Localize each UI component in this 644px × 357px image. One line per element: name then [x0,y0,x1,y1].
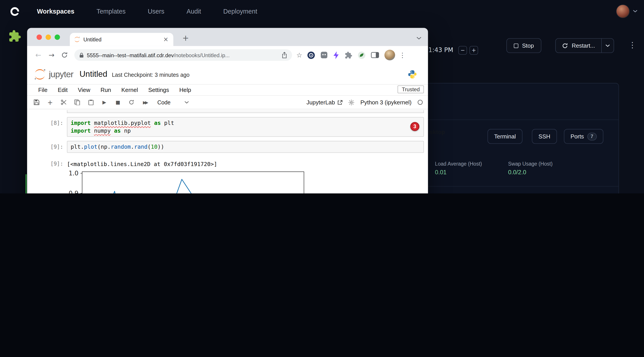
menu-edit[interactable]: Edit [58,86,68,93]
window-close-button[interactable] [36,34,42,40]
coder-logo-icon[interactable] [9,6,21,17]
nav-item-audit[interactable]: Audit [186,8,201,15]
browser-profile-avatar[interactable] [384,50,395,60]
nav-item-workspaces[interactable]: Workspaces [37,8,74,15]
jupyter-wordmark: jupyter [49,69,74,79]
stop-icon [514,44,518,48]
cell-output: [<matplotlib.lines.Line2D at 0x7fd03f191… [67,158,424,168]
jupyter-logo [34,68,46,80]
nav-item-users[interactable]: Users [148,8,164,15]
restart-workspace-button[interactable]: Restart... [556,38,601,52]
annotation-count-badge[interactable]: 3 [410,122,420,131]
nav-item-templates[interactable]: Templates [96,8,126,15]
code-cell-input[interactable]: import matplotlib.pyplot as pltimport nu… [67,117,424,137]
leaf-extension-icon[interactable] [358,51,366,59]
extensions-row [307,50,395,60]
nav-item-deployment[interactable]: Deployment [223,8,257,15]
notebook-area: [8]:import matplotlib.pyplot as pltimpor… [27,109,428,194]
user-avatar[interactable] [616,5,629,18]
notebook-title[interactable]: Untitled [80,70,107,79]
reload-icon[interactable] [61,52,68,58]
copy-icon[interactable] [73,100,82,105]
menu-settings[interactable]: Settings [148,86,169,93]
menu-view[interactable]: View [78,86,90,93]
bookmark-star-icon[interactable]: ☆ [296,51,302,59]
window-zoom-button[interactable] [54,34,60,40]
url-text: 5555--main--test--matifali.atif.cdr.dev/… [87,52,230,58]
menu-kernel[interactable]: Kernel [121,86,138,93]
workspace-menu-kebab[interactable]: ⋮ [628,41,636,49]
onepassword-extension-icon[interactable] [307,51,315,59]
restart-icon [562,42,568,49]
back-icon[interactable]: ← [36,51,41,59]
code-cell-row: [8]:import matplotlib.pyplot as pltimpor… [27,117,428,137]
svg-text:1.0: 1.0 [69,170,78,177]
menu-run[interactable]: Run [100,86,111,93]
workspace-status-strip [25,174,27,194]
cell-prompt [27,169,67,194]
cell-prompt: [9]: [27,141,67,153]
browser-window: Untitled × + ← → 5555--m [27,28,428,194]
puzzle-extension-icon[interactable] [344,51,352,59]
code-cell-input[interactable]: plt.plot(np.random.rand(10)) [67,141,424,153]
terminal-button[interactable]: Terminal [488,129,522,144]
save-icon[interactable] [32,100,41,105]
chevron-down-icon[interactable] [633,10,637,13]
gear-icon[interactable] [348,99,355,106]
chart-output: 024680.20.30.40.50.60.70.80.91.0 [67,169,424,194]
jupyter-menubar: File Edit View Run Kernel Settings Help … [27,84,428,96]
lock-icon [79,52,84,58]
top-nav: Workspaces Templates Users Audit Deploym… [0,0,644,23]
run-cell-icon[interactable]: ▶ [100,100,109,105]
stop-workspace-button[interactable]: Stop [506,38,542,53]
cell-type-select[interactable]: Code [157,99,189,106]
insert-cell-icon[interactable]: + [46,98,55,106]
share-icon[interactable] [282,52,287,58]
code-cell-row: [9]:plt.plot(np.random.rand(10)) [27,141,428,153]
trusted-button[interactable]: Trusted [398,86,424,93]
python-logo [408,69,417,79]
extension-icon[interactable] [320,52,328,59]
chevron-down-icon [184,101,189,104]
template-puzzle-icon [8,30,21,44]
checkpoint-status: Last Checkpoint: 3 minutes ago [112,72,190,78]
screen: Workspaces Templates Users Audit Deploym… [0,0,644,194]
browser-tab[interactable]: Untitled × [70,33,173,46]
menu-file[interactable]: File [38,86,48,93]
kernel-name[interactable]: Python 3 (ipykernel) [360,99,412,106]
menu-help[interactable]: Help [179,86,191,93]
kernel-status-icon [417,100,423,105]
browser-tab-strip: Untitled × + [27,28,428,46]
output-text: [<matplotlib.lines.Line2D at 0x7fd03f191… [67,158,424,168]
jupyter-toolbar: + ▶ ■ [27,96,428,109]
address-bar[interactable]: 5555--main--test--matifali.atif.cdr.dev/… [74,49,292,61]
restart-options-chevron[interactable] [601,38,614,52]
paste-icon[interactable] [86,100,96,105]
ssh-button[interactable]: SSH [532,129,557,144]
stat-load-average: Load Average (Host) 0.01 [435,161,482,176]
zoom-out-button[interactable]: − [458,46,467,55]
cell-prompt: [9]: [27,158,67,168]
browser-menu-kebab[interactable]: ⋮ [399,51,406,59]
ports-button[interactable]: Ports 7 [564,129,603,144]
sidebar-toggle-icon[interactable] [371,52,379,58]
window-minimize-button[interactable] [46,34,51,40]
interrupt-kernel-icon[interactable]: ■ [113,100,122,105]
forward-icon[interactable]: → [48,51,54,59]
cut-icon[interactable] [59,100,68,105]
new-tab-button[interactable]: + [180,32,192,44]
chart-output-row: 024680.20.30.40.50.60.70.80.91.0 [27,169,428,194]
open-jupyterlab-link[interactable]: JupyterLab [306,99,343,106]
external-link-icon [337,100,343,105]
restart-kernel-icon[interactable] [127,100,136,105]
notebook-cells: [8]:import matplotlib.pyplot as pltimpor… [27,117,428,194]
line-chart: 024680.20.30.40.50.60.70.80.91.0 [67,169,313,194]
zoom-in-button[interactable]: + [470,46,478,55]
bolt-extension-icon[interactable] [333,51,339,59]
clock: 1:43 PM [428,46,453,54]
restart-run-all-icon[interactable]: ▶▶ [140,100,150,105]
tab-close-icon[interactable]: × [162,36,169,43]
jupyter-header: jupyter Untitled Last Checkpoint: 3 minu… [27,64,428,84]
tab-search-chevron-icon[interactable] [416,34,422,42]
browser-toolbar: ← → 5555--main--test--matifali.atif.cdr.… [27,46,428,64]
